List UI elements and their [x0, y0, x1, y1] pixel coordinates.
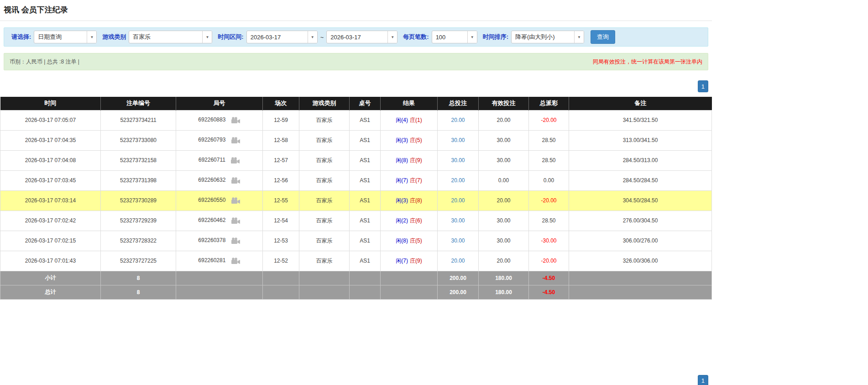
cell-note: 306.00/276.00: [569, 231, 712, 251]
cell-time: 2026-03-17 07:02:15: [0, 231, 101, 251]
cell-empty: [350, 271, 381, 285]
search-button[interactable]: 查询: [591, 30, 615, 44]
cell-table-no: AS1: [350, 170, 381, 190]
cell-empty: [176, 271, 263, 285]
chevron-down-icon: ▼: [87, 31, 96, 43]
cell-time: 2026-03-17 07:05:07: [0, 110, 101, 130]
video-replay-icon[interactable]: [231, 177, 241, 184]
cell-note: 304.50/284.50: [569, 190, 712, 211]
result-banker: 庄(7): [410, 177, 422, 184]
game-type-value: 百家乐: [129, 33, 151, 41]
cell-session: 12-59: [263, 110, 299, 130]
col-header-valid-bet: 有效投注: [479, 97, 529, 110]
total-row: 总计 8 200.00 180.00 -4.50: [0, 285, 712, 299]
video-replay-icon[interactable]: [231, 217, 241, 224]
result-player: 闲(7): [396, 177, 408, 184]
table-row: 2026-03-17 07:02:42 523273729239 6922604…: [0, 211, 712, 231]
cell-total-bet: 20.00: [438, 170, 479, 190]
total-valid-bet: 180.00: [479, 285, 529, 299]
cell-note: 313.00/341.50: [569, 130, 712, 150]
date-range-separator: ~: [320, 34, 324, 41]
cell-game-type: 百家乐: [299, 231, 350, 251]
video-replay-icon[interactable]: [231, 137, 241, 144]
page-1-button[interactable]: 1: [698, 375, 708, 385]
round-id: 692260462: [198, 217, 225, 223]
notice-text: 同局有效投注，统一计算在该局第一张注单内: [593, 58, 702, 66]
cell-bet-id: 523273727225: [101, 251, 176, 271]
chevron-down-icon: ▼: [308, 31, 317, 43]
total-bet-link[interactable]: 30.00: [451, 217, 465, 224]
cell-empty: [350, 285, 381, 299]
cell-session: 12-56: [263, 170, 299, 190]
result-banker: 庄(9): [410, 258, 422, 264]
query-type-value: 日期查询: [34, 33, 62, 41]
total-bet-link[interactable]: 20.00: [451, 117, 465, 123]
round-id: 692260632: [198, 177, 225, 183]
cell-note: 284.50/284.50: [569, 170, 712, 190]
video-replay-icon[interactable]: [231, 117, 241, 124]
cell-result: 闲(8)庄(9): [381, 150, 438, 170]
cell-valid-bet: 30.00: [479, 150, 529, 170]
total-bet-link[interactable]: 30.00: [451, 237, 465, 244]
date-to-value: 2026-03-17: [327, 34, 361, 41]
cell-bet-id: 523273732158: [101, 150, 176, 170]
result-player: 闲(8): [396, 157, 408, 163]
total-bet-link[interactable]: 30.00: [451, 157, 465, 163]
result-player: 闲(7): [396, 258, 408, 264]
cell-total-bet: 20.00: [438, 110, 479, 130]
table-row: 2026-03-17 07:03:14 523273730289 6922605…: [0, 190, 712, 211]
total-bet-link[interactable]: 20.00: [451, 197, 465, 204]
cell-round: 692260793: [176, 130, 263, 150]
cell-session: 12-52: [263, 251, 299, 271]
col-header-game-type: 游戏类别: [299, 97, 350, 110]
cell-valid-bet: 0.00: [479, 170, 529, 190]
cell-total-bet: 30.00: [438, 130, 479, 150]
video-replay-icon[interactable]: [231, 258, 241, 264]
total-payout: -4.50: [529, 285, 569, 299]
page-title: 视讯 会员下注纪录: [0, 0, 712, 21]
cell-table-no: AS1: [350, 150, 381, 170]
page-size-value: 100: [432, 34, 446, 41]
total-bet-link[interactable]: 20.00: [451, 258, 465, 264]
cell-game-type: 百家乐: [299, 251, 350, 271]
total-bet-link[interactable]: 20.00: [451, 177, 465, 184]
table-header-row: 时间 注单编号 局号 场次 游戏类别 桌号 结果 总投注 有效投注 总派彩 备注: [0, 97, 712, 110]
page-size-select[interactable]: 100 ▼: [432, 31, 477, 43]
cell-empty: [263, 271, 299, 285]
cell-bet-id: 523273729239: [101, 211, 176, 231]
video-replay-icon[interactable]: [231, 197, 241, 204]
table-row: 2026-03-17 07:05:07 523273734211 6922608…: [0, 110, 712, 130]
cell-session: 12-53: [263, 231, 299, 251]
cell-note: 326.00/306.00: [569, 251, 712, 271]
cell-total-bet: 30.00: [438, 231, 479, 251]
col-header-bet-id: 注单编号: [101, 97, 176, 110]
cell-note: 341.50/321.50: [569, 110, 712, 130]
total-bet-link[interactable]: 30.00: [451, 137, 465, 143]
page-1-button[interactable]: 1: [698, 80, 708, 92]
result-player: 闲(3): [396, 197, 408, 204]
sort-order-select[interactable]: 降幂(由大到小) ▼: [511, 31, 584, 43]
video-replay-icon[interactable]: [230, 157, 240, 164]
col-header-payout: 总派彩: [529, 97, 569, 110]
date-from-select[interactable]: 2026-03-17 ▼: [246, 31, 318, 43]
result-banker: 庄(5): [410, 137, 422, 143]
cell-session: 12-57: [263, 150, 299, 170]
cell-bet-id: 523273734211: [101, 110, 176, 130]
filter-bar: 请选择: 日期查询 ▼ 游戏类别 百家乐 ▼ 时间区间: 2026-03-17 …: [4, 27, 708, 47]
query-type-select[interactable]: 日期查询 ▼: [34, 31, 97, 43]
game-type-select[interactable]: 百家乐 ▼: [129, 31, 212, 43]
cell-bet-id: 523273730289: [101, 190, 176, 211]
query-type-label: 请选择:: [11, 33, 31, 41]
date-to-select[interactable]: 2026-03-17 ▼: [326, 31, 397, 43]
cell-empty: [569, 285, 712, 299]
result-player: 闲(3): [396, 137, 408, 143]
cell-valid-bet: 30.00: [479, 130, 529, 150]
cell-valid-bet: 30.00: [479, 211, 529, 231]
round-id: 692260550: [198, 197, 225, 203]
video-replay-icon[interactable]: [231, 237, 241, 244]
main-container: 视讯 会员下注纪录 请选择: 日期查询 ▼ 游戏类别 百家乐 ▼ 时间区间: 2…: [0, 0, 712, 385]
table-row: 2026-03-17 07:01:43 523273727225 6922602…: [0, 251, 712, 271]
cell-round: 692260281: [176, 251, 263, 271]
result-banker: 庄(5): [410, 237, 422, 244]
cell-total-bet: 20.00: [438, 251, 479, 271]
